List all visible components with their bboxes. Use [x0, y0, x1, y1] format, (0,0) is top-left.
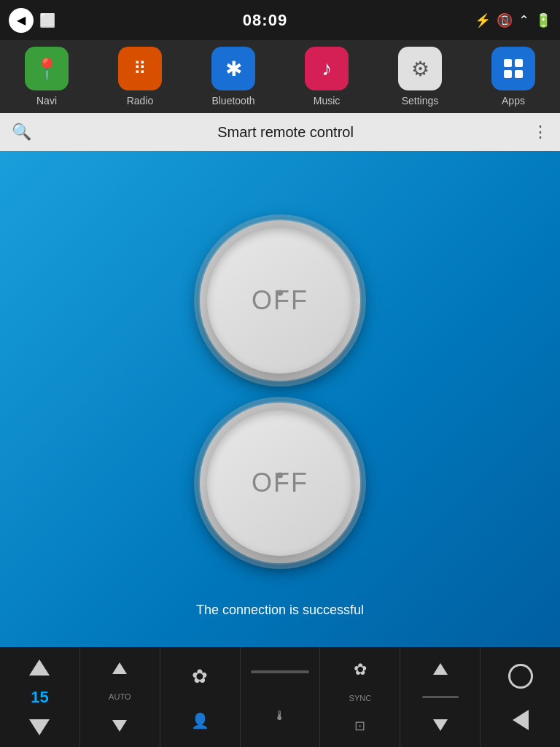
- music-icon: ♪: [322, 57, 332, 80]
- circle-button[interactable]: [508, 664, 533, 689]
- nav-label-music: Music: [314, 95, 341, 107]
- header-bar: 🔍 Smart remote control ⋮: [0, 113, 560, 151]
- dial-container: OFF OFF: [200, 220, 360, 563]
- bottom-col-3: ✿ 👤: [160, 647, 241, 747]
- nav-label-radio: Radio: [127, 95, 154, 107]
- bottom-bar: 15 AUTO ✿ 👤 🌡 ✿ SYNC ⊡: [0, 647, 560, 747]
- bottom-col-1: 15: [0, 647, 80, 747]
- status-left: ◀ ⬜: [9, 8, 55, 33]
- down-button-1[interactable]: [29, 719, 50, 735]
- navi-icon: 📍: [34, 57, 60, 81]
- dial-2[interactable]: OFF: [207, 410, 353, 556]
- signal-icon: 📵: [497, 12, 513, 28]
- up-button-3[interactable]: [433, 663, 448, 675]
- triangle-up-icon-2: [112, 662, 127, 674]
- status-bar: ◀ ⬜ 08:09 ⚡ 📵 ⌃ 🔋: [0, 0, 560, 40]
- dial-1[interactable]: OFF: [207, 228, 353, 374]
- fan-low-icon: ✿: [354, 660, 367, 679]
- dial-2-outer[interactable]: OFF: [200, 403, 360, 563]
- climate-icon: 🌡: [273, 708, 287, 724]
- divider-bar: [422, 696, 459, 698]
- back-triangle-button[interactable]: [513, 710, 529, 730]
- search-icon[interactable]: 🔍: [12, 123, 31, 142]
- svg-rect-1: [515, 59, 523, 67]
- fan-high-icon: ✿: [192, 665, 208, 688]
- apps-icon-wrap: [491, 47, 535, 90]
- nav-label-settings: Settings: [402, 95, 439, 107]
- bluetooth-status-icon: ⚡: [475, 12, 491, 28]
- more-options-icon[interactable]: ⋮: [532, 123, 548, 142]
- up-button-1[interactable]: [29, 659, 50, 676]
- svg-rect-2: [504, 70, 512, 78]
- circle-icon: [508, 664, 533, 689]
- person-icon: 👤: [191, 712, 209, 729]
- navi-icon-wrap: 📍: [25, 47, 69, 90]
- music-icon-wrap: ♪: [305, 47, 349, 90]
- bottom-col-7: [481, 647, 560, 747]
- nav-item-settings[interactable]: ⚙ Settings: [373, 40, 467, 113]
- bottom-col-6: [400, 647, 481, 747]
- battery-icon: 🔋: [535, 12, 551, 28]
- nav-label-navi: Navi: [36, 95, 57, 107]
- progress-bar[interactable]: [251, 670, 309, 673]
- dial-1-outer[interactable]: OFF: [200, 220, 360, 381]
- person-button[interactable]: 👤: [191, 712, 209, 729]
- back-button[interactable]: ◀: [9, 8, 34, 33]
- screen-icon: ⬜: [39, 12, 55, 28]
- nav-bar: 📍 Navi ⠿ Radio ✱ Bluetooth ♪ Music ⚙ Set…: [0, 40, 560, 113]
- chevron-up-icon: ⌃: [518, 12, 529, 28]
- connection-status: The connection is successful: [196, 603, 364, 618]
- triangle-down-icon-3: [433, 719, 448, 731]
- svg-rect-3: [515, 70, 523, 78]
- radio-icon-wrap: ⠿: [118, 47, 162, 90]
- triangle-down-icon-1: [29, 719, 50, 735]
- nav-item-bluetooth[interactable]: ✱ Bluetooth: [187, 40, 280, 113]
- temp-icon: ⊡: [354, 718, 365, 734]
- triangle-down-icon-2: [112, 720, 127, 732]
- nav-item-navi[interactable]: 📍 Navi: [0, 40, 93, 113]
- dial-1-state: OFF: [252, 285, 308, 316]
- dial-2-state: OFF: [252, 468, 308, 498]
- back-triangle-icon: [513, 710, 529, 730]
- bottom-col-2: AUTO: [80, 647, 160, 747]
- up-button-2[interactable]: [112, 662, 127, 674]
- nav-item-apps[interactable]: Apps: [467, 40, 560, 113]
- page-title: Smart remote control: [39, 124, 532, 141]
- fan-low-button[interactable]: ✿: [354, 660, 367, 679]
- auto-label: AUTO: [109, 692, 131, 701]
- bluetooth-icon: ✱: [225, 57, 242, 81]
- nav-item-radio[interactable]: ⠿ Radio: [93, 40, 187, 113]
- status-right: ⚡ 📵 ⌃ 🔋: [475, 12, 551, 28]
- down-button-3[interactable]: [433, 719, 448, 731]
- sync-label: SYNC: [349, 694, 372, 703]
- bluetooth-icon-wrap: ✱: [211, 47, 255, 90]
- time-display: 08:09: [243, 11, 287, 30]
- triangle-up-icon-1: [29, 659, 50, 676]
- down-button-2[interactable]: [112, 720, 127, 732]
- radio-icon: ⠿: [133, 58, 147, 79]
- nav-label-apps: Apps: [502, 95, 525, 107]
- temp-icon-button[interactable]: ⊡: [354, 718, 365, 734]
- climate-button[interactable]: 🌡: [273, 708, 287, 724]
- bottom-col-4: 🌡: [241, 647, 321, 747]
- nav-label-bluetooth: Bluetooth: [211, 95, 254, 107]
- bottom-col-5: ✿ SYNC ⊡: [320, 647, 400, 747]
- main-content: OFF OFF The connection is successful: [0, 151, 560, 647]
- settings-icon-wrap: ⚙: [398, 47, 442, 90]
- settings-icon: ⚙: [411, 57, 429, 81]
- back-icon: ◀: [17, 13, 26, 27]
- triangle-up-icon-3: [433, 663, 448, 675]
- apps-grid-icon: [502, 57, 525, 80]
- nav-item-music[interactable]: ♪ Music: [280, 40, 373, 113]
- fan-high-button[interactable]: ✿: [192, 665, 208, 688]
- number-display: 15: [31, 688, 48, 707]
- svg-rect-0: [504, 59, 512, 67]
